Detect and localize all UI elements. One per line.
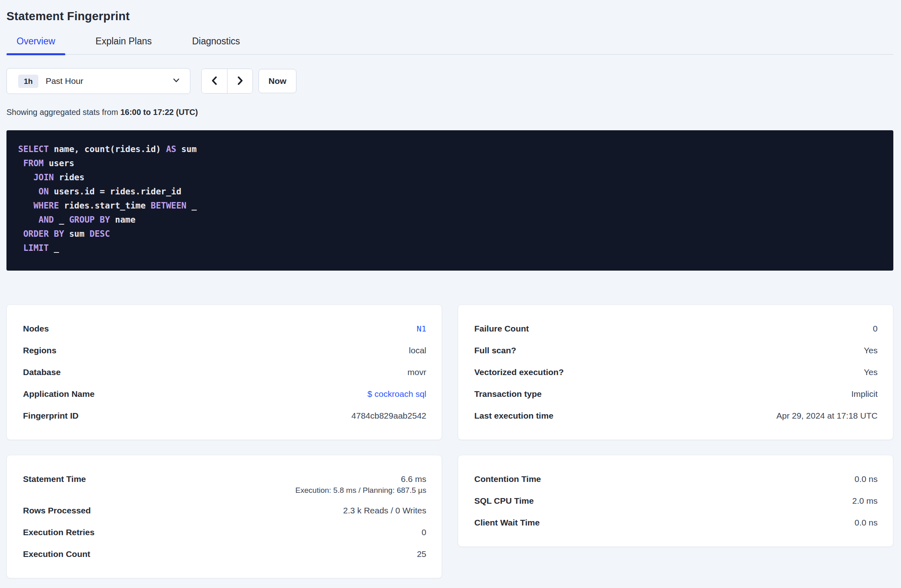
kv-value: Yes [864, 366, 878, 378]
sql-line: AND _ GROUP BY name [18, 213, 881, 227]
kv-row: Vectorized execution?Yes [474, 361, 878, 383]
kv-value: Yes [864, 344, 878, 357]
stats-range: 16:00 to 17:22 (UTC) [120, 108, 198, 117]
kv-label: Execution Retries [23, 528, 94, 537]
kv-subvalue: Execution: 5.8 ms / Planning: 687.5 µs [295, 486, 426, 495]
tab-diagnostics[interactable]: Diagnostics [182, 36, 250, 54]
kv-label: Execution Count [23, 549, 90, 559]
sql-line: ORDER BY sum DESC [18, 227, 881, 241]
kv-label: Fingerprint ID [23, 411, 79, 421]
time-range-badge: 1h [18, 75, 38, 88]
kv-row: Regionslocal [23, 340, 426, 361]
kv-value: 6.6 ms [401, 473, 426, 485]
statement-timing-card: Statement Time6.6 msExecution: 5.8 ms / … [6, 455, 442, 578]
kv-value: 2.0 ms [852, 495, 878, 507]
kv-value: 0 [873, 323, 878, 335]
kv-row: Fingerprint ID4784cb829aab2542 [23, 405, 426, 427]
kv-label: Contention Time [474, 474, 541, 484]
kv-row: Databasemovr [23, 361, 426, 383]
stats-cards-grid: NodesN1RegionslocalDatabasemovrApplicati… [6, 304, 893, 578]
tab-bar: Overview Explain Plans Diagnostics [6, 36, 893, 55]
sql-line: FROM users [18, 156, 881, 171]
kv-label: Failure Count [474, 324, 529, 334]
kv-value-link[interactable]: $ cockroach sql [367, 388, 426, 400]
kv-value-link[interactable]: N1 [417, 323, 426, 335]
kv-row: Execution Retries0 [23, 521, 426, 543]
sql-line: JOIN rides [18, 171, 881, 185]
kv-value: 25 [417, 548, 426, 560]
kv-row: Transaction typeImplicit [474, 383, 878, 405]
kv-label: Regions [23, 346, 56, 355]
kv-value: 0.0 ns [855, 473, 878, 485]
kv-label: Statement Time [23, 473, 86, 485]
kv-row: Client Wait Time0.0 ns [474, 512, 878, 534]
kv-label: Transaction type [474, 389, 542, 399]
kv-value: Apr 29, 2024 at 17:18 UTC [776, 410, 878, 422]
kv-row: Full scan?Yes [474, 340, 878, 361]
kv-row: Execution Count25 [23, 543, 426, 565]
statement-fingerprint-page: Statement Fingerprint Overview Explain P… [0, 0, 901, 578]
statement-sql-box: SELECT name, count(rides.id) AS sum FROM… [6, 130, 893, 271]
chevron-left-icon [210, 76, 219, 87]
stats-prefix: Showing aggregated stats from [6, 108, 120, 117]
sql-line: WHERE rides.start_time BETWEEN _ [18, 199, 881, 213]
time-controls: 1h Past Hour Now [6, 68, 893, 94]
kv-value: local [409, 344, 426, 357]
kv-value: movr [407, 366, 426, 378]
kv-label: Application Name [23, 389, 94, 399]
kv-row: Last execution timeApr 29, 2024 at 17:18… [474, 405, 878, 427]
statement-details-card: NodesN1RegionslocalDatabasemovrApplicati… [6, 304, 442, 440]
next-interval-button[interactable] [227, 69, 252, 93]
kv-row: Contention Time0.0 ns [474, 468, 878, 490]
kv-value: Implicit [851, 388, 878, 400]
chevron-right-icon [235, 76, 245, 87]
now-button[interactable]: Now [259, 69, 296, 93]
execution-attributes-card: Failure Count0Full scan?YesVectorized ex… [458, 304, 893, 440]
sql-line: LIMIT _ [18, 241, 881, 255]
time-step-buttons [201, 69, 253, 94]
kv-row: Failure Count0 [474, 318, 878, 340]
time-range-dropdown[interactable]: 1h Past Hour [6, 68, 190, 94]
time-range-label: Past Hour [46, 76, 172, 86]
tab-overview[interactable]: Overview [6, 36, 65, 54]
kv-label: Vectorized execution? [474, 367, 564, 377]
chevron-down-icon [172, 76, 180, 86]
kv-label: Client Wait Time [474, 518, 540, 528]
kv-label: Rows Processed [23, 506, 91, 515]
kv-label: Full scan? [474, 346, 516, 355]
kv-value: 4784cb829aab2542 [351, 410, 426, 422]
kv-row: Application Name$ cockroach sql [23, 383, 426, 405]
kv-label: Nodes [23, 324, 49, 334]
kv-value: 0.0 ns [855, 517, 878, 529]
kv-label: SQL CPU Time [474, 496, 534, 506]
kv-row: Statement Time6.6 msExecution: 5.8 ms / … [23, 468, 426, 500]
kv-row: SQL CPU Time2.0 ms [474, 490, 878, 512]
wait-times-card: Contention Time0.0 nsSQL CPU Time2.0 msC… [458, 455, 893, 547]
statement-sql-code: SELECT name, count(rides.id) AS sum FROM… [18, 142, 881, 255]
previous-interval-button[interactable] [202, 69, 227, 93]
kv-value: 0 [421, 526, 426, 538]
aggregated-stats-summary: Showing aggregated stats from 16:00 to 1… [6, 108, 893, 117]
sql-line: SELECT name, count(rides.id) AS sum [18, 142, 881, 156]
tab-explain-plans[interactable]: Explain Plans [86, 36, 162, 54]
kv-row: Rows Processed2.3 k Reads / 0 Writes [23, 500, 426, 521]
kv-row: NodesN1 [23, 318, 426, 340]
kv-value: 2.3 k Reads / 0 Writes [343, 505, 426, 517]
sql-line: ON users.id = rides.rider_id [18, 185, 881, 199]
page-title: Statement Fingerprint [6, 10, 893, 23]
kv-label: Database [23, 367, 60, 377]
kv-label: Last execution time [474, 411, 553, 421]
